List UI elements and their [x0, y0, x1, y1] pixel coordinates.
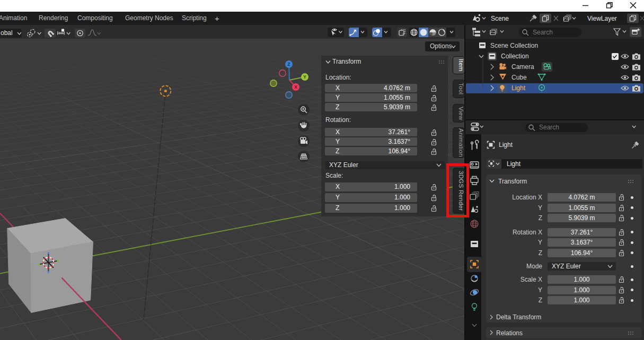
svg-text:ViewLayer: ViewLayer — [587, 15, 617, 22]
svg-text:Search: Search — [539, 124, 559, 131]
svg-text:Light: Light — [511, 84, 526, 92]
svg-text:Scene Collection: Scene Collection — [490, 42, 538, 49]
svg-text:Cube: Cube — [511, 74, 527, 81]
svg-text:Search: Search — [533, 29, 553, 36]
svg-text:Scene: Scene — [491, 15, 509, 22]
svg-text:Camera: Camera — [511, 63, 534, 71]
svg-text:X: X — [294, 84, 297, 90]
svg-text:Y: Y — [303, 74, 306, 80]
svg-text:Collection: Collection — [501, 53, 529, 60]
svg-text:Z: Z — [287, 62, 290, 67]
